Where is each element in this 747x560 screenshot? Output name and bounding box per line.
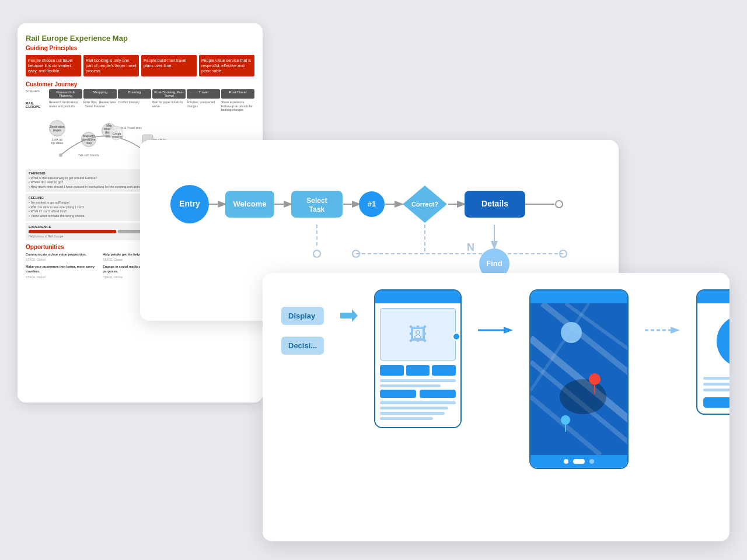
stages-label: STAGES	[26, 89, 48, 99]
svg-text:Correct?: Correct?	[411, 201, 438, 208]
wf-left-labels: Display Decisi...	[281, 289, 324, 355]
confirm-btn	[703, 397, 729, 408]
svg-point-54	[561, 415, 570, 425]
svg-text:N: N	[467, 242, 474, 253]
opp-1: Communicate a clear value proposition. S…	[26, 253, 100, 279]
svg-point-21	[313, 250, 320, 257]
stage-2: Shopping	[83, 89, 117, 99]
svg-marker-43	[504, 327, 513, 334]
arrow-2-to-3	[645, 324, 680, 336]
svg-text:Welcome: Welcome	[233, 200, 267, 208]
principle-2: Rail booking is only one part of people'…	[83, 55, 139, 76]
phone-2	[529, 289, 629, 469]
arrow-1-to-2	[478, 324, 513, 336]
phone-3-top-bar	[697, 290, 729, 303]
guiding-principles-row: People choose rail travel because it is …	[26, 55, 254, 76]
svg-text:Talk with friends: Talk with friends	[78, 153, 99, 157]
wireframes-card: Display Decisi... 🖼	[263, 273, 729, 541]
stage-1: Research & Planning	[49, 89, 82, 99]
guiding-principles-label: Guiding Principles	[26, 45, 254, 51]
principle-3: People build their travel plans over tim…	[141, 55, 197, 76]
connection-dot	[452, 332, 460, 341]
image-placeholder: 🖼	[380, 308, 456, 360]
phone-1-top-bar	[375, 290, 460, 303]
display-label: Display	[281, 307, 324, 325]
decision-label: Decisi...	[281, 337, 324, 355]
svg-point-52	[589, 373, 601, 385]
rail-europe-row: RAIL EUROPE Research destinations, route…	[26, 100, 254, 112]
image-icon: 🖼	[409, 324, 427, 345]
label-arrow	[340, 307, 358, 324]
phone-1: 🖼	[374, 289, 462, 428]
stage-4: Post-Booking, Pre-Travel	[152, 89, 186, 99]
wireframes-row: Display Decisi... 🖼	[281, 289, 711, 525]
phone-2-bottom-bar	[530, 455, 627, 468]
svg-point-51	[560, 379, 606, 414]
svg-text:Task: Task	[309, 205, 325, 214]
svg-point-0	[59, 153, 62, 157]
svg-point-16	[556, 201, 563, 208]
principle-4: People value service that is respectful,…	[199, 55, 254, 76]
phone-2-top-bar	[530, 290, 627, 303]
svg-marker-41	[340, 309, 358, 322]
stage-5: Travel	[187, 89, 220, 99]
svg-marker-57	[671, 327, 680, 334]
svg-text:Find: Find	[486, 259, 502, 268]
map-body	[530, 303, 627, 455]
svg-text:Select: Select	[306, 197, 327, 205]
check-circle: ✓	[717, 315, 729, 368]
principle-1: People choose rail travel because it is …	[26, 55, 81, 76]
phone-1-btn-row	[380, 390, 456, 398]
phone-3-body: ✓	[697, 303, 729, 414]
svg-point-50	[561, 322, 582, 343]
content-grid	[380, 365, 456, 376]
svg-text:Details: Details	[481, 199, 508, 208]
svg-text:searches: searches	[112, 135, 123, 138]
stage-6: Post Travel	[221, 89, 254, 99]
phone-3: ✓	[696, 289, 729, 415]
rail-title: Rail Europe Experience Map	[26, 34, 254, 43]
check-lines	[703, 377, 729, 408]
customer-journey-label: Customer Journey	[26, 81, 254, 88]
svg-text:#1: #1	[368, 200, 376, 208]
svg-text:Entry: Entry	[179, 199, 200, 208]
stage-3: Booking	[118, 89, 151, 99]
stage-headers: STAGES Research & Planning Shopping Book…	[26, 89, 254, 99]
phone-1-body: 🖼	[375, 303, 460, 427]
